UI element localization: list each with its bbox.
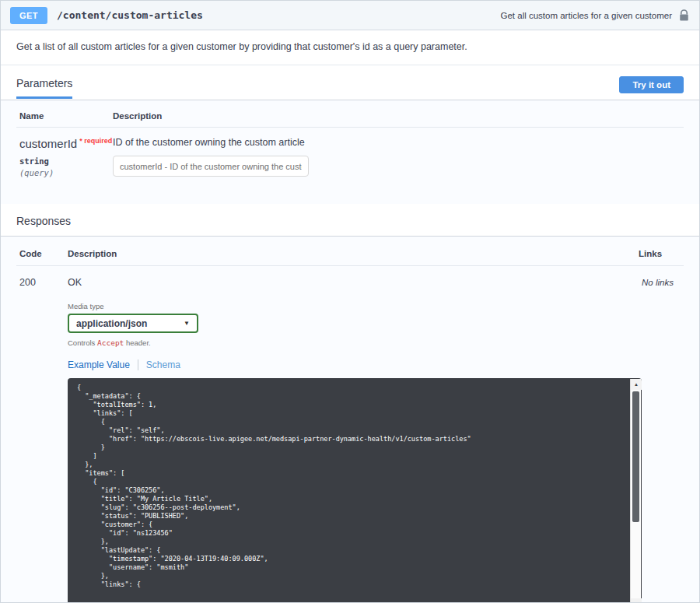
media-type-value: application/json — [76, 318, 147, 329]
controls-accept-note: Controls Accept header. — [68, 338, 642, 347]
parameters-header: Parameters Try it out — [1, 65, 699, 100]
endpoint-path: /content/custom-articles — [57, 9, 203, 21]
chevron-down-icon: ▼ — [184, 320, 190, 327]
tab-parameters: Parameters — [16, 77, 72, 99]
parameter-name-text: customerId — [19, 137, 77, 150]
response-row-200: 200 OK Media type application/json ▼ Con… — [16, 266, 684, 603]
parameters-table-header: Name Description — [16, 100, 684, 128]
parameter-row: customerId* required string (query) ID o… — [16, 128, 684, 177]
media-type-label: Media type — [68, 302, 642, 310]
response-description-cell: OK Media type application/json ▼ Control… — [68, 277, 642, 603]
accept-header-code: Accept — [97, 338, 124, 347]
operation-summary-bar[interactable]: GET /content/custom-articles Get all cus… — [1, 1, 699, 30]
scrollbar-thumb[interactable] — [632, 391, 639, 522]
controls-suffix: header. — [124, 338, 150, 347]
customerId-input[interactable] — [113, 156, 309, 177]
parameter-description: ID of the customer owning the custom art… — [113, 137, 684, 148]
parameter-location: (query) — [19, 168, 113, 177]
auth-lock-button[interactable] — [678, 9, 690, 22]
parameter-description-cell: ID of the customer owning the custom art… — [113, 137, 684, 177]
response-description-column-header: Description — [68, 249, 639, 258]
response-links-cell: No links — [642, 277, 687, 603]
parameter-name-cell: customerId* required string (query) — [19, 137, 113, 177]
required-flag: * required — [79, 137, 112, 145]
links-column-header: Links — [639, 249, 684, 258]
responses-title: Responses — [16, 215, 71, 236]
responses-table: Code Description Links 200 OK Media type… — [1, 237, 699, 603]
summary-right: Get all custom articles for a given cust… — [501, 9, 691, 22]
parameter-type: string — [19, 156, 113, 166]
name-column-header: Name — [19, 111, 113, 121]
description-column-header: Description — [113, 111, 684, 121]
http-method-badge[interactable]: GET — [10, 7, 47, 24]
model-tabs: Example ValueSchema — [68, 359, 642, 370]
try-it-out-button[interactable]: Try it out — [619, 76, 684, 93]
no-links-text: No links — [642, 278, 674, 287]
operation-summary-text: Get all custom articles for a given cust… — [501, 11, 673, 20]
response-description-text: OK — [68, 277, 642, 288]
swagger-operation-page: GET /content/custom-articles Get all cus… — [0, 0, 700, 603]
code-scrollbar[interactable]: ▲ ▼ — [630, 379, 641, 603]
response-code: 200 — [19, 277, 68, 603]
scroll-up-arrow-icon[interactable]: ▲ — [631, 379, 642, 390]
media-type-select[interactable]: application/json ▼ — [68, 314, 198, 333]
code-column-header: Code — [19, 249, 68, 258]
tab-schema[interactable]: Schema — [138, 359, 180, 370]
responses-table-header: Code Description Links — [16, 237, 684, 266]
tab-example-value[interactable]: Example Value — [68, 359, 130, 370]
parameter-name: customerId* required — [19, 137, 113, 150]
example-response-block: { "_metadata": { "totalItems": 1, "links… — [68, 378, 642, 603]
example-json-code: { "_metadata": { "totalItems": 1, "links… — [68, 378, 642, 594]
parameters-table: Name Description customerId* required st… — [1, 100, 699, 204]
lock-icon — [678, 12, 690, 24]
operation-description: Get a list of all custom articles for a … — [1, 30, 699, 65]
responses-header: Responses — [1, 204, 699, 237]
scroll-down-arrow-icon[interactable]: ▼ — [631, 598, 642, 603]
media-type-block: Media type application/json ▼ Controls A… — [68, 302, 642, 347]
controls-prefix: Controls — [68, 338, 97, 347]
